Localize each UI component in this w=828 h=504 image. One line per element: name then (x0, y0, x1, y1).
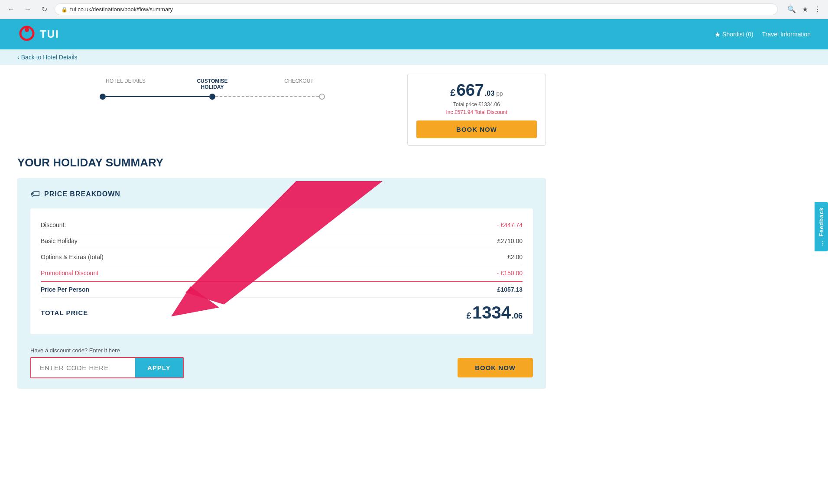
step-dot-checkout (319, 94, 325, 100)
row-value-basic: £2710.00 (497, 237, 523, 244)
widget-book-now-button[interactable]: BOOK NOW (416, 120, 537, 138)
price-table: Discount: - £447.74 Basic Holiday £2710.… (30, 208, 533, 334)
widget-total-price-text: Total price £1334.06 (416, 101, 537, 107)
feedback-wrapper: … Feedback (815, 202, 828, 251)
row-value-options: £2.00 (507, 254, 523, 260)
price-breakdown-section: 🏷 PRICE BREAKDOWN Discount: - £447.74 Ba… (17, 178, 546, 389)
url-text: tui.co.uk/destinations/book/flow/summary (70, 6, 173, 13)
browser-bar: ← → ↻ 🔒 tui.co.uk/destinations/book/flow… (0, 0, 828, 19)
step-label-checkout: CHECKOUT (273, 78, 325, 90)
discount-label: Have a discount code? Enter it here (30, 347, 533, 354)
discount-input-row: APPLY BOOK NOW (30, 357, 533, 378)
feedback-tab[interactable]: … Feedback (815, 202, 828, 251)
address-bar[interactable]: 🔒 tui.co.uk/destinations/book/flow/summa… (55, 3, 778, 15)
sub-nav: ‹ Back to Hotel Details (0, 49, 828, 65)
tui-logo-text: TUI (40, 28, 59, 40)
price-row-promo: Promotional Discount - £150.00 (41, 265, 523, 282)
header-nav: ★ Shortlist (0) Travel Information (714, 30, 811, 39)
total-currency: £ (467, 311, 471, 321)
row-label-basic: Basic Holiday (41, 237, 78, 244)
menu-button[interactable]: ⋮ (812, 3, 823, 15)
total-label: TOTAL PRICE (41, 309, 88, 316)
bottom-book-now-button[interactable]: BOOK NOW (458, 358, 533, 377)
back-to-hotel-link[interactable]: ‹ Back to Hotel Details (17, 54, 78, 61)
price-row-basic: Basic Holiday £2710.00 (41, 233, 523, 249)
section-header: 🏷 PRICE BREAKDOWN (30, 189, 533, 200)
widget-price-pp: pp (496, 90, 503, 97)
discount-code-area: Have a discount code? Enter it here APPL… (30, 343, 533, 378)
step-line-1 (106, 96, 209, 97)
star-icon: ★ (714, 30, 721, 39)
progress-booking-row: HOTEL DETAILS CUSTOMISE HOLIDAY CHECKOUT… (17, 74, 546, 146)
row-label-discount: Discount: (41, 221, 66, 228)
price-display: £ 667 .03 pp (416, 81, 537, 100)
travel-info-label: Travel Information (762, 31, 811, 38)
discount-code-input[interactable] (31, 358, 135, 377)
browser-actions: 🔍 ★ ⋮ (786, 3, 823, 15)
back-link-text: Back to Hotel Details (21, 54, 78, 61)
page-title: YOUR HOLIDAY SUMMARY (17, 156, 546, 169)
steps-labels: HOTEL DETAILS CUSTOMISE HOLIDAY CHECKOUT (100, 78, 325, 90)
step-label-hotel: HOTEL DETAILS (100, 78, 152, 90)
bookmark-button[interactable]: ★ (800, 3, 810, 15)
step-dot-customise (209, 94, 215, 100)
total-row: TOTAL PRICE £ 1334 .06 (41, 298, 523, 325)
back-chevron-icon: ‹ (17, 54, 19, 61)
price-row-discount: Discount: - £447.74 (41, 217, 523, 233)
tui-logo[interactable]: TUI (17, 26, 59, 43)
row-value-promo: - £150.00 (497, 270, 523, 276)
row-label-options: Options & Extras (total) (41, 254, 104, 260)
feedback-label: Feedback (818, 207, 825, 237)
booking-widget: £ 667 .03 pp Total price £1334.06 Inc £5… (407, 74, 546, 146)
widget-price-decimal: .03 (485, 90, 494, 98)
row-value-discount: - £447.74 (497, 221, 523, 228)
progress-steps: HOTEL DETAILS CUSTOMISE HOLIDAY CHECKOUT (17, 74, 407, 100)
site-header: TUI ★ Shortlist (0) Travel Information (0, 19, 828, 49)
price-row-options: Options & Extras (total) £2.00 (41, 249, 523, 265)
per-person-label: Price Per Person (41, 286, 89, 293)
discount-input-group: APPLY (30, 357, 184, 378)
feedback-dots-icon: … (818, 240, 825, 246)
total-main: 1334 (472, 304, 511, 321)
tui-logo-icon (17, 26, 36, 43)
widget-price-currency: £ (450, 87, 455, 98)
row-label-promo: Promotional Discount (41, 270, 98, 276)
total-value-display: £ 1334 .06 (467, 304, 523, 321)
svg-point-1 (25, 28, 29, 32)
shortlist-link[interactable]: ★ Shortlist (0) (714, 30, 753, 39)
main-content: HOTEL DETAILS CUSTOMISE HOLIDAY CHECKOUT… (0, 65, 563, 397)
travel-info-link[interactable]: Travel Information (762, 31, 811, 38)
back-button[interactable]: ← (5, 3, 17, 16)
per-person-value: £1057.13 (497, 286, 523, 293)
widget-discount-text: Inc £571.94 Total Discount (416, 109, 537, 115)
step-label-customise: CUSTOMISE HOLIDAY (186, 78, 238, 90)
section-title: PRICE BREAKDOWN (44, 190, 120, 198)
reload-button[interactable]: ↻ (38, 3, 50, 16)
apply-button[interactable]: APPLY (135, 358, 183, 377)
progress-track (100, 94, 325, 100)
step-line-2 (215, 96, 319, 97)
forward-button[interactable]: → (22, 3, 34, 16)
price-tag-icon: 🏷 (30, 189, 40, 200)
shortlist-label: Shortlist (0) (722, 31, 753, 38)
widget-price-main: 667 (457, 81, 484, 100)
search-button[interactable]: 🔍 (786, 3, 798, 15)
step-dot-hotel (100, 94, 106, 100)
price-row-per-person: Price Per Person £1057.13 (41, 282, 523, 298)
lock-icon: 🔒 (61, 7, 68, 13)
total-decimal: .06 (512, 312, 523, 321)
